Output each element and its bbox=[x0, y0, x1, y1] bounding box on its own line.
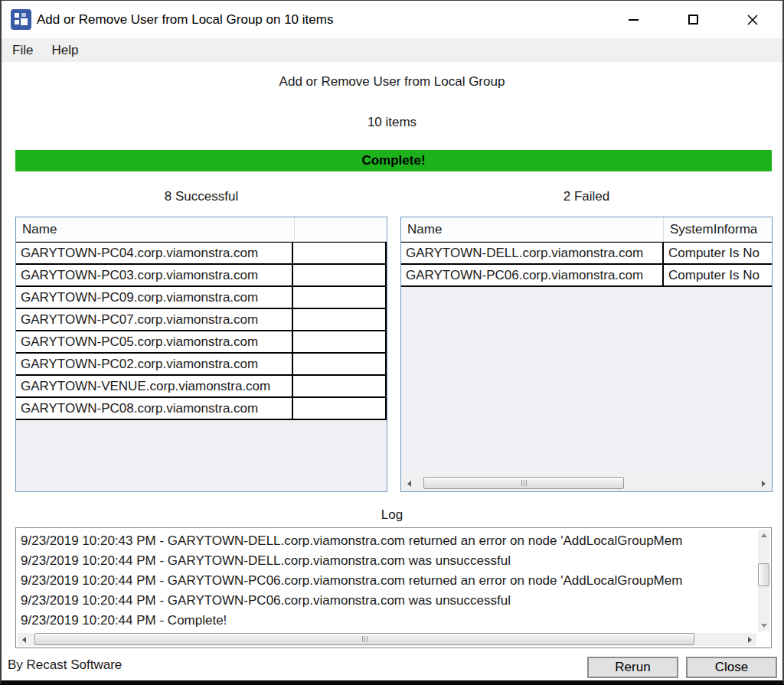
close-button[interactable]: Close bbox=[686, 657, 777, 678]
cell-blank bbox=[293, 354, 387, 374]
progress-label: Complete! bbox=[361, 153, 425, 168]
scroll-thumb[interactable] bbox=[423, 477, 624, 489]
menu-bar: File Help bbox=[2, 38, 782, 62]
successful-grid: Name GARYTOWN-PC04.corp.viamonstra.com G… bbox=[15, 217, 387, 492]
vscrollbar[interactable] bbox=[758, 530, 769, 631]
cell-name: GARYTOWN-PC08.corp.viamonstra.com bbox=[16, 398, 293, 419]
column-header-blank[interactable] bbox=[295, 217, 387, 241]
table-row[interactable]: GARYTOWN-VENUE.corp.viamonstra.com bbox=[16, 376, 387, 398]
table-row[interactable]: GARYTOWN-DELL.corp.viamonstra.com Comput… bbox=[401, 243, 772, 265]
cell-name: GARYTOWN-PC03.corp.viamonstra.com bbox=[16, 265, 293, 285]
cell-systeminformation: Computer Is No bbox=[664, 265, 772, 285]
scroll-track[interactable] bbox=[416, 477, 757, 490]
scroll-down-arrow-icon[interactable] bbox=[758, 620, 769, 631]
cell-name: GARYTOWN-VENUE.corp.viamonstra.com bbox=[16, 376, 293, 396]
log-line: 9/23/2019 10:20:44 PM - GARYTOWN-PC06.co… bbox=[21, 571, 756, 591]
cell-blank bbox=[293, 243, 387, 263]
title-bar: Add or Remove User from Local Group on 1… bbox=[2, 1, 782, 38]
app-icon bbox=[11, 9, 31, 30]
cell-name: GARYTOWN-PC05.corp.viamonstra.com bbox=[16, 331, 293, 352]
log-line: 9/23/2019 10:20:44 PM - Complete! bbox=[21, 611, 756, 631]
items-count: 10 items bbox=[2, 115, 782, 130]
table-row[interactable]: GARYTOWN-PC05.corp.viamonstra.com bbox=[16, 331, 387, 354]
column-header-name[interactable]: Name bbox=[16, 217, 295, 241]
log-lines: 9/23/2019 10:20:43 PM - GARYTOWN-DELL.co… bbox=[16, 530, 756, 632]
close-icon bbox=[746, 14, 759, 26]
scroll-up-arrow-icon[interactable] bbox=[758, 530, 769, 541]
failed-grid-header: Name SystemInforma bbox=[401, 217, 772, 242]
column-header-systeminformation[interactable]: SystemInforma bbox=[664, 217, 772, 241]
table-row[interactable]: GARYTOWN-PC07.corp.viamonstra.com bbox=[16, 309, 387, 331]
cell-blank bbox=[293, 309, 387, 330]
rerun-button[interactable]: Rerun bbox=[587, 657, 678, 678]
log-line: 9/23/2019 10:20:44 PM - GARYTOWN-PC06.co… bbox=[21, 591, 756, 611]
cell-blank bbox=[293, 376, 387, 396]
successful-grid-header: Name bbox=[16, 217, 387, 242]
log-line: 9/23/2019 10:20:44 PM - GARYTOWN-DELL.co… bbox=[21, 551, 756, 571]
failed-grid-rows: GARYTOWN-DELL.corp.viamonstra.com Comput… bbox=[401, 242, 772, 287]
scroll-right-arrow-icon[interactable] bbox=[757, 477, 770, 490]
window-controls bbox=[593, 1, 772, 38]
cell-blank bbox=[293, 331, 387, 352]
scroll-thumb[interactable] bbox=[758, 563, 769, 586]
rerun-button-label: Rerun bbox=[615, 660, 650, 675]
cell-name: GARYTOWN-PC09.corp.viamonstra.com bbox=[16, 287, 293, 308]
menu-item-help[interactable]: Help bbox=[42, 38, 87, 62]
scroll-right-arrow-icon[interactable] bbox=[743, 633, 756, 646]
cell-systeminformation: Computer Is No bbox=[664, 243, 772, 263]
table-row[interactable]: GARYTOWN-PC03.corp.viamonstra.com bbox=[16, 265, 387, 287]
app-window: Add or Remove User from Local Group on 1… bbox=[0, 0, 784, 685]
failed-count-label: 2 Failed bbox=[400, 189, 773, 204]
page-title: Add or Remove User from Local Group bbox=[2, 74, 782, 90]
close-window-button[interactable] bbox=[733, 1, 772, 38]
credit-text: By Recast Software bbox=[8, 657, 122, 673]
scroll-track[interactable] bbox=[31, 633, 743, 646]
cell-blank bbox=[293, 287, 387, 308]
maximize-icon bbox=[688, 15, 698, 24]
table-row[interactable]: GARYTOWN-PC06.corp.viamonstra.com Comput… bbox=[401, 265, 772, 287]
cell-name: GARYTOWN-PC06.corp.viamonstra.com bbox=[401, 265, 664, 285]
table-row[interactable]: GARYTOWN-PC08.corp.viamonstra.com bbox=[16, 398, 387, 420]
hscrollbar[interactable] bbox=[403, 477, 770, 490]
maximize-button[interactable] bbox=[674, 1, 712, 38]
table-row[interactable]: GARYTOWN-PC02.corp.viamonstra.com bbox=[16, 354, 387, 376]
scroll-thumb[interactable] bbox=[34, 633, 694, 645]
scroll-left-arrow-icon[interactable] bbox=[403, 477, 416, 490]
log-line: 9/23/2019 10:20:43 PM - GARYTOWN-DELL.co… bbox=[21, 531, 756, 551]
scroll-left-arrow-icon[interactable] bbox=[18, 633, 31, 646]
column-header-name[interactable]: Name bbox=[401, 217, 664, 241]
cell-blank bbox=[293, 398, 387, 419]
table-row[interactable]: GARYTOWN-PC04.corp.viamonstra.com bbox=[16, 243, 387, 265]
cell-name: GARYTOWN-PC02.corp.viamonstra.com bbox=[16, 354, 293, 374]
progress-bar: Complete! bbox=[15, 150, 772, 171]
close-button-label: Close bbox=[715, 660, 748, 675]
hscrollbar[interactable] bbox=[18, 633, 756, 646]
table-row[interactable]: GARYTOWN-PC09.corp.viamonstra.com bbox=[16, 287, 387, 309]
minimize-icon bbox=[629, 19, 639, 21]
menu-item-file[interactable]: File bbox=[2, 38, 42, 62]
successful-count-label: 8 Successful bbox=[15, 189, 387, 204]
successful-grid-rows: GARYTOWN-PC04.corp.viamonstra.com GARYTO… bbox=[16, 242, 387, 420]
cell-name: GARYTOWN-PC07.corp.viamonstra.com bbox=[16, 309, 293, 330]
cell-name: GARYTOWN-DELL.corp.viamonstra.com bbox=[401, 243, 664, 263]
cell-blank bbox=[293, 265, 387, 285]
log-box[interactable]: 9/23/2019 10:20:43 PM - GARYTOWN-DELL.co… bbox=[15, 527, 772, 648]
failed-grid: Name SystemInforma GARYTOWN-DELL.corp.vi… bbox=[400, 217, 773, 492]
minimize-button[interactable] bbox=[614, 1, 652, 38]
log-title: Log bbox=[2, 507, 782, 523]
cell-name: GARYTOWN-PC04.corp.viamonstra.com bbox=[16, 243, 293, 263]
window-title: Add or Remove User from Local Group on 1… bbox=[37, 1, 333, 38]
